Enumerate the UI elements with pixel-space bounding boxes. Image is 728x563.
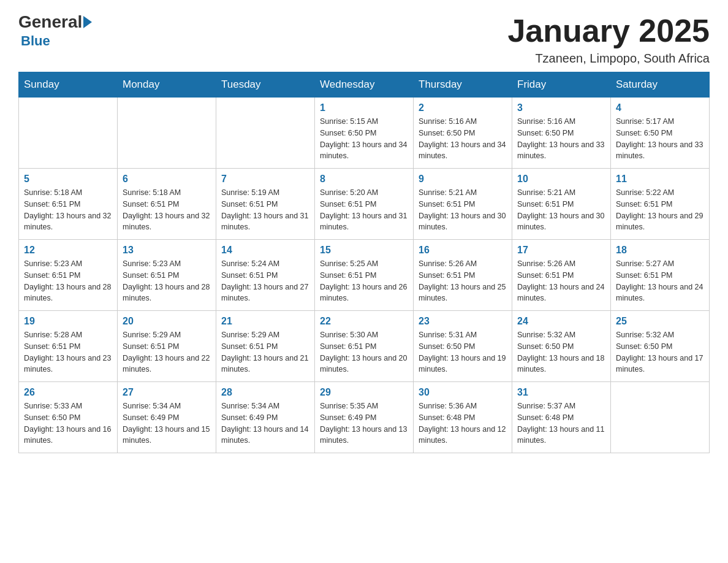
header-monday: Monday [118,72,216,98]
header-sunday: Sunday [19,72,118,98]
day-info: Sunrise: 5:37 AM Sunset: 6:48 PM Dayligh… [517,400,605,446]
calendar-cell-w5-d1: 26Sunrise: 5:33 AM Sunset: 6:50 PM Dayli… [19,382,118,453]
calendar-header-row: Sunday Monday Tuesday Wednesday Thursday… [19,72,710,98]
calendar-cell-w1-d3 [216,98,315,169]
calendar-cell-w3-d5: 16Sunrise: 5:26 AM Sunset: 6:51 PM Dayli… [414,240,512,311]
calendar-cell-w5-d6: 31Sunrise: 5:37 AM Sunset: 6:48 PM Dayli… [512,382,611,453]
day-number: 31 [517,387,605,398]
day-number: 9 [419,174,507,185]
calendar-cell-w1-d4: 1Sunrise: 5:15 AM Sunset: 6:50 PM Daylig… [315,98,414,169]
day-number: 30 [419,387,507,398]
day-info: Sunrise: 5:18 AM Sunset: 6:51 PM Dayligh… [24,187,112,233]
calendar-cell-w5-d2: 27Sunrise: 5:34 AM Sunset: 6:49 PM Dayli… [118,382,216,453]
day-info: Sunrise: 5:27 AM Sunset: 6:51 PM Dayligh… [616,258,704,304]
calendar-cell-w1-d7: 4Sunrise: 5:17 AM Sunset: 6:50 PM Daylig… [611,98,710,169]
day-number: 13 [123,245,211,256]
calendar-cell-w3-d6: 17Sunrise: 5:26 AM Sunset: 6:51 PM Dayli… [512,240,611,311]
day-number: 3 [517,102,605,113]
location-subtitle: Tzaneen, Limpopo, South Africa [507,52,710,66]
day-info: Sunrise: 5:28 AM Sunset: 6:51 PM Dayligh… [24,329,112,375]
calendar-cell-w3-d4: 15Sunrise: 5:25 AM Sunset: 6:51 PM Dayli… [315,240,414,311]
day-info: Sunrise: 5:21 AM Sunset: 6:51 PM Dayligh… [517,187,605,233]
header-thursday: Thursday [414,72,512,98]
calendar-table: Sunday Monday Tuesday Wednesday Thursday… [18,72,710,453]
logo-general-text: General [18,12,82,32]
day-number: 24 [517,316,605,327]
day-info: Sunrise: 5:19 AM Sunset: 6:51 PM Dayligh… [221,187,309,233]
day-info: Sunrise: 5:24 AM Sunset: 6:51 PM Dayligh… [221,258,309,304]
calendar-cell-w4-d3: 21Sunrise: 5:29 AM Sunset: 6:51 PM Dayli… [216,311,315,382]
day-number: 2 [419,102,507,113]
day-info: Sunrise: 5:22 AM Sunset: 6:51 PM Dayligh… [616,187,704,233]
day-number: 5 [24,174,112,185]
day-number: 1 [320,102,408,113]
day-info: Sunrise: 5:36 AM Sunset: 6:48 PM Dayligh… [419,400,507,446]
day-info: Sunrise: 5:23 AM Sunset: 6:51 PM Dayligh… [123,258,211,304]
month-year-title: January 2025 [507,12,710,49]
calendar-cell-w4-d5: 23Sunrise: 5:31 AM Sunset: 6:50 PM Dayli… [414,311,512,382]
day-info: Sunrise: 5:33 AM Sunset: 6:50 PM Dayligh… [24,400,112,446]
calendar-cell-w1-d1 [19,98,118,169]
day-info: Sunrise: 5:18 AM Sunset: 6:51 PM Dayligh… [123,187,211,233]
day-number: 20 [123,316,211,327]
calendar-week-4: 19Sunrise: 5:28 AM Sunset: 6:51 PM Dayli… [19,311,710,382]
calendar-cell-w3-d2: 13Sunrise: 5:23 AM Sunset: 6:51 PM Dayli… [118,240,216,311]
day-number: 22 [320,316,408,327]
calendar-cell-w1-d2 [118,98,216,169]
calendar-cell-w3-d1: 12Sunrise: 5:23 AM Sunset: 6:51 PM Dayli… [19,240,118,311]
day-number: 25 [616,316,704,327]
day-info: Sunrise: 5:29 AM Sunset: 6:51 PM Dayligh… [123,329,211,375]
calendar-cell-w4-d2: 20Sunrise: 5:29 AM Sunset: 6:51 PM Dayli… [118,311,216,382]
calendar-cell-w5-d4: 29Sunrise: 5:35 AM Sunset: 6:49 PM Dayli… [315,382,414,453]
header-saturday: Saturday [611,72,710,98]
day-info: Sunrise: 5:34 AM Sunset: 6:49 PM Dayligh… [221,400,309,446]
day-number: 7 [221,174,309,185]
day-number: 6 [123,174,211,185]
day-info: Sunrise: 5:32 AM Sunset: 6:50 PM Dayligh… [517,329,605,375]
calendar-cell-w2-d4: 8Sunrise: 5:20 AM Sunset: 6:51 PM Daylig… [315,169,414,240]
day-number: 21 [221,316,309,327]
day-number: 11 [616,174,704,185]
day-number: 26 [24,387,112,398]
day-number: 28 [221,387,309,398]
day-info: Sunrise: 5:15 AM Sunset: 6:50 PM Dayligh… [320,116,408,162]
calendar-cell-w4-d7: 25Sunrise: 5:32 AM Sunset: 6:50 PM Dayli… [611,311,710,382]
calendar-cell-w4-d4: 22Sunrise: 5:30 AM Sunset: 6:51 PM Dayli… [315,311,414,382]
day-number: 8 [320,174,408,185]
day-info: Sunrise: 5:21 AM Sunset: 6:51 PM Dayligh… [419,187,507,233]
calendar-cell-w2-d6: 10Sunrise: 5:21 AM Sunset: 6:51 PM Dayli… [512,169,611,240]
calendar-cell-w4-d1: 19Sunrise: 5:28 AM Sunset: 6:51 PM Dayli… [19,311,118,382]
calendar-cell-w2-d5: 9Sunrise: 5:21 AM Sunset: 6:51 PM Daylig… [414,169,512,240]
day-number: 14 [221,245,309,256]
header-friday: Friday [512,72,611,98]
day-info: Sunrise: 5:35 AM Sunset: 6:49 PM Dayligh… [320,400,408,446]
calendar-week-2: 5Sunrise: 5:18 AM Sunset: 6:51 PM Daylig… [19,169,710,240]
calendar-cell-w1-d5: 2Sunrise: 5:16 AM Sunset: 6:50 PM Daylig… [414,98,512,169]
calendar-cell-w3-d3: 14Sunrise: 5:24 AM Sunset: 6:51 PM Dayli… [216,240,315,311]
header-tuesday: Tuesday [216,72,315,98]
calendar-week-5: 26Sunrise: 5:33 AM Sunset: 6:50 PM Dayli… [19,382,710,453]
day-info: Sunrise: 5:26 AM Sunset: 6:51 PM Dayligh… [517,258,605,304]
day-info: Sunrise: 5:26 AM Sunset: 6:51 PM Dayligh… [419,258,507,304]
day-info: Sunrise: 5:23 AM Sunset: 6:51 PM Dayligh… [24,258,112,304]
logo: General Blue [18,12,93,49]
calendar-cell-w3-d7: 18Sunrise: 5:27 AM Sunset: 6:51 PM Dayli… [611,240,710,311]
calendar-cell-w2-d2: 6Sunrise: 5:18 AM Sunset: 6:51 PM Daylig… [118,169,216,240]
day-info: Sunrise: 5:16 AM Sunset: 6:50 PM Dayligh… [419,116,507,162]
calendar-cell-w4-d6: 24Sunrise: 5:32 AM Sunset: 6:50 PM Dayli… [512,311,611,382]
day-number: 27 [123,387,211,398]
day-info: Sunrise: 5:34 AM Sunset: 6:49 PM Dayligh… [123,400,211,446]
day-number: 4 [616,102,704,113]
day-number: 19 [24,316,112,327]
day-number: 12 [24,245,112,256]
day-number: 23 [419,316,507,327]
logo-arrow-icon [83,16,92,28]
day-number: 10 [517,174,605,185]
day-number: 16 [419,245,507,256]
day-number: 17 [517,245,605,256]
calendar-week-3: 12Sunrise: 5:23 AM Sunset: 6:51 PM Dayli… [19,240,710,311]
calendar-cell-w5-d7 [611,382,710,453]
calendar-week-1: 1Sunrise: 5:15 AM Sunset: 6:50 PM Daylig… [19,98,710,169]
day-info: Sunrise: 5:17 AM Sunset: 6:50 PM Dayligh… [616,116,704,162]
day-info: Sunrise: 5:31 AM Sunset: 6:50 PM Dayligh… [419,329,507,375]
